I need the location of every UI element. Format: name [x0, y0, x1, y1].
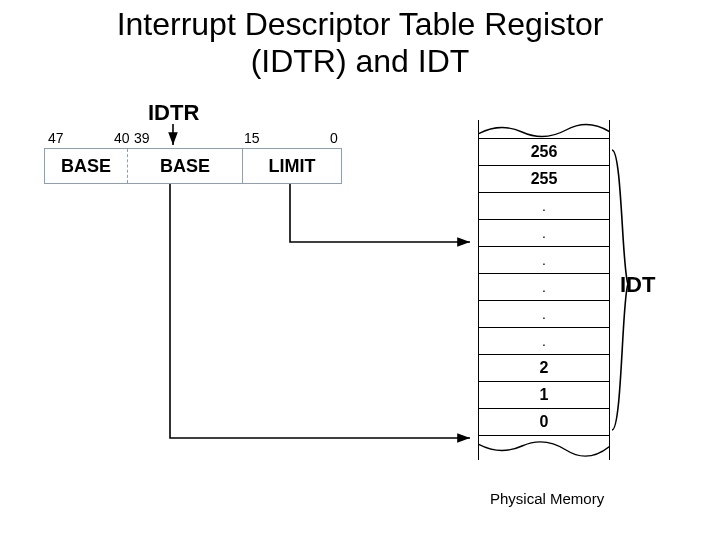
bit-0: 0 [330, 130, 338, 146]
bit-47: 47 [48, 130, 64, 146]
page-title: Interrupt Descriptor Table Registor (IDT… [0, 6, 720, 80]
idt-entry-2: 2 [479, 354, 609, 381]
torn-edge-bottom [479, 436, 609, 460]
idt-table: 256 255 . . . . . . 2 1 0 [478, 120, 610, 460]
idt-gap-dot: . [479, 246, 609, 273]
title-line1: Interrupt Descriptor Table Registor [117, 6, 604, 42]
idt-label: IDT [620, 272, 655, 298]
wires-overlay [0, 0, 720, 540]
reg-base-hi: BASE [45, 149, 127, 183]
idt-entry-256: 256 [479, 138, 609, 165]
arrow-limit-to-idt [290, 184, 470, 242]
torn-edge-top [479, 120, 609, 138]
idt-gap-dot: . [479, 300, 609, 327]
idt-entry-1: 1 [479, 381, 609, 408]
title-line2: (IDTR) and IDT [251, 43, 470, 79]
bit-39: 39 [134, 130, 150, 146]
idt-entry-255: 255 [479, 165, 609, 192]
idt-gap-dot: . [479, 273, 609, 300]
idt-gap-dot: . [479, 327, 609, 354]
reg-base-lo: BASE [128, 149, 242, 183]
idt-gap-dot: . [479, 219, 609, 246]
idt-gap-dot: . [479, 192, 609, 219]
bit-40: 40 [114, 130, 130, 146]
physical-memory-label: Physical Memory [490, 490, 604, 507]
idtr-label: IDTR [148, 100, 199, 126]
idt-entry-0: 0 [479, 408, 609, 435]
reg-limit: LIMIT [243, 149, 341, 183]
idtr-register: BASE BASE LIMIT [44, 148, 342, 184]
bit-15: 15 [244, 130, 260, 146]
arrow-base-to-idt0 [170, 184, 470, 438]
